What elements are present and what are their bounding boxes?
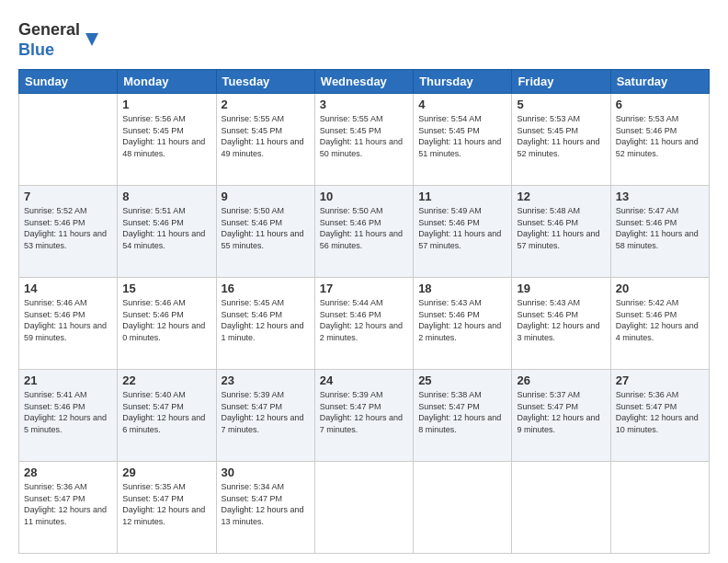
day-number: 27 — [616, 373, 704, 387]
calendar-cell: 23Sunrise: 5:39 AM Sunset: 5:47 PM Dayli… — [216, 370, 314, 462]
day-info: Sunrise: 5:50 AM Sunset: 5:46 PM Dayligh… — [320, 205, 408, 251]
calendar-cell: 2Sunrise: 5:55 AM Sunset: 5:45 PM Daylig… — [216, 94, 314, 186]
day-info: Sunrise: 5:43 AM Sunset: 5:46 PM Dayligh… — [517, 297, 605, 343]
calendar-header-row: SundayMondayTuesdayWednesdayThursdayFrid… — [19, 70, 710, 94]
day-number: 10 — [320, 190, 408, 203]
calendar-cell: 30Sunrise: 5:34 AM Sunset: 5:47 PM Dayli… — [216, 462, 314, 554]
calendar-cell — [414, 462, 512, 554]
day-header-friday: Friday — [512, 70, 610, 94]
calendar-cell: 8Sunrise: 5:51 AM Sunset: 5:46 PM Daylig… — [118, 186, 216, 278]
day-info: Sunrise: 5:41 AM Sunset: 5:46 PM Dayligh… — [24, 389, 112, 435]
day-info: Sunrise: 5:51 AM Sunset: 5:46 PM Dayligh… — [122, 205, 210, 251]
calendar-cell: 12Sunrise: 5:48 AM Sunset: 5:46 PM Dayli… — [512, 186, 610, 278]
day-info: Sunrise: 5:50 AM Sunset: 5:46 PM Dayligh… — [222, 205, 310, 251]
day-number: 12 — [517, 190, 605, 203]
day-number: 7 — [24, 190, 112, 203]
day-number: 3 — [320, 98, 408, 111]
day-number: 30 — [222, 465, 310, 479]
calendar-cell: 17Sunrise: 5:44 AM Sunset: 5:46 PM Dayli… — [314, 278, 413, 370]
day-info: Sunrise: 5:46 AM Sunset: 5:46 PM Dayligh… — [122, 297, 210, 343]
day-number: 22 — [122, 373, 210, 387]
logo: General Blue — [18, 17, 102, 60]
calendar-cell: 6Sunrise: 5:53 AM Sunset: 5:46 PM Daylig… — [610, 94, 709, 186]
day-info: Sunrise: 5:38 AM Sunset: 5:47 PM Dayligh… — [418, 389, 506, 435]
calendar-week-row: 1Sunrise: 5:56 AM Sunset: 5:45 PM Daylig… — [19, 94, 710, 186]
day-number: 17 — [320, 282, 408, 295]
calendar-week-row: 7Sunrise: 5:52 AM Sunset: 5:46 PM Daylig… — [19, 186, 710, 278]
day-info: Sunrise: 5:45 AM Sunset: 5:46 PM Dayligh… — [222, 297, 310, 343]
calendar-cell: 15Sunrise: 5:46 AM Sunset: 5:46 PM Dayli… — [118, 278, 216, 370]
day-info: Sunrise: 5:37 AM Sunset: 5:47 PM Dayligh… — [517, 389, 605, 435]
logo-general: General — [18, 20, 80, 40]
day-info: Sunrise: 5:46 AM Sunset: 5:46 PM Dayligh… — [24, 297, 112, 343]
day-number: 24 — [320, 373, 408, 387]
day-header-saturday: Saturday — [610, 70, 709, 94]
day-number: 21 — [24, 373, 112, 387]
day-info: Sunrise: 5:54 AM Sunset: 5:45 PM Dayligh… — [418, 113, 506, 159]
day-number: 28 — [24, 465, 112, 479]
day-number: 25 — [418, 373, 506, 387]
calendar-cell: 4Sunrise: 5:54 AM Sunset: 5:45 PM Daylig… — [414, 94, 512, 186]
calendar-cell: 11Sunrise: 5:49 AM Sunset: 5:46 PM Dayli… — [414, 186, 512, 278]
day-number: 23 — [222, 373, 310, 387]
day-info: Sunrise: 5:39 AM Sunset: 5:47 PM Dayligh… — [222, 389, 310, 435]
day-number: 20 — [616, 282, 704, 295]
day-number: 6 — [616, 98, 704, 111]
calendar-week-row: 21Sunrise: 5:41 AM Sunset: 5:46 PM Dayli… — [19, 370, 710, 462]
day-info: Sunrise: 5:40 AM Sunset: 5:47 PM Dayligh… — [122, 389, 210, 435]
day-info: Sunrise: 5:56 AM Sunset: 5:45 PM Dayligh… — [122, 113, 210, 159]
day-number: 2 — [222, 98, 310, 111]
day-info: Sunrise: 5:48 AM Sunset: 5:46 PM Dayligh… — [517, 205, 605, 251]
logo-blue: Blue — [18, 40, 80, 61]
calendar-table: SundayMondayTuesdayWednesdayThursdayFrid… — [18, 69, 710, 554]
day-number: 14 — [24, 282, 112, 295]
calendar-cell: 28Sunrise: 5:36 AM Sunset: 5:47 PM Dayli… — [19, 462, 118, 554]
day-header-monday: Monday — [118, 70, 216, 94]
day-header-wednesday: Wednesday — [314, 70, 413, 94]
calendar-cell: 10Sunrise: 5:50 AM Sunset: 5:46 PM Dayli… — [314, 186, 413, 278]
day-info: Sunrise: 5:55 AM Sunset: 5:45 PM Dayligh… — [320, 113, 408, 159]
day-info: Sunrise: 5:36 AM Sunset: 5:47 PM Dayligh… — [24, 481, 112, 527]
day-number: 8 — [122, 190, 210, 203]
calendar-cell: 19Sunrise: 5:43 AM Sunset: 5:46 PM Dayli… — [512, 278, 610, 370]
header: General Blue — [18, 17, 710, 60]
day-number: 13 — [616, 190, 704, 203]
day-number: 1 — [122, 98, 210, 111]
calendar-cell: 21Sunrise: 5:41 AM Sunset: 5:46 PM Dayli… — [19, 370, 118, 462]
calendar-cell: 22Sunrise: 5:40 AM Sunset: 5:47 PM Dayli… — [118, 370, 216, 462]
day-number: 26 — [517, 373, 605, 387]
calendar-cell — [19, 94, 118, 186]
calendar-cell: 26Sunrise: 5:37 AM Sunset: 5:47 PM Dayli… — [512, 370, 610, 462]
day-number: 11 — [418, 190, 506, 203]
day-info: Sunrise: 5:36 AM Sunset: 5:47 PM Dayligh… — [616, 389, 704, 435]
calendar-cell: 16Sunrise: 5:45 AM Sunset: 5:46 PM Dayli… — [216, 278, 314, 370]
day-info: Sunrise: 5:52 AM Sunset: 5:46 PM Dayligh… — [24, 205, 112, 251]
day-number: 5 — [517, 98, 605, 111]
day-number: 4 — [418, 98, 506, 111]
calendar-cell: 24Sunrise: 5:39 AM Sunset: 5:47 PM Dayli… — [314, 370, 413, 462]
day-number: 16 — [222, 282, 310, 295]
calendar-cell: 29Sunrise: 5:35 AM Sunset: 5:47 PM Dayli… — [118, 462, 216, 554]
day-number: 18 — [418, 282, 506, 295]
calendar-week-row: 14Sunrise: 5:46 AM Sunset: 5:46 PM Dayli… — [19, 278, 710, 370]
calendar-cell: 13Sunrise: 5:47 AM Sunset: 5:46 PM Dayli… — [610, 186, 709, 278]
calendar-cell: 5Sunrise: 5:53 AM Sunset: 5:45 PM Daylig… — [512, 94, 610, 186]
day-header-sunday: Sunday — [19, 70, 118, 94]
calendar-cell: 3Sunrise: 5:55 AM Sunset: 5:45 PM Daylig… — [314, 94, 413, 186]
day-number: 19 — [517, 282, 605, 295]
day-info: Sunrise: 5:55 AM Sunset: 5:45 PM Dayligh… — [222, 113, 310, 159]
day-header-tuesday: Tuesday — [216, 70, 314, 94]
calendar-cell: 27Sunrise: 5:36 AM Sunset: 5:47 PM Dayli… — [610, 370, 709, 462]
day-number: 29 — [122, 465, 210, 479]
calendar-cell — [512, 462, 610, 554]
day-info: Sunrise: 5:44 AM Sunset: 5:46 PM Dayligh… — [320, 297, 408, 343]
svg-marker-0 — [85, 33, 98, 46]
day-info: Sunrise: 5:34 AM Sunset: 5:47 PM Dayligh… — [222, 481, 310, 527]
day-info: Sunrise: 5:49 AM Sunset: 5:46 PM Dayligh… — [418, 205, 506, 251]
day-header-thursday: Thursday — [414, 70, 512, 94]
calendar-cell: 18Sunrise: 5:43 AM Sunset: 5:46 PM Dayli… — [414, 278, 512, 370]
day-number: 9 — [222, 190, 310, 203]
calendar-cell: 14Sunrise: 5:46 AM Sunset: 5:46 PM Dayli… — [19, 278, 118, 370]
calendar-week-row: 28Sunrise: 5:36 AM Sunset: 5:47 PM Dayli… — [19, 462, 710, 554]
logo-arrow-icon — [82, 29, 102, 50]
